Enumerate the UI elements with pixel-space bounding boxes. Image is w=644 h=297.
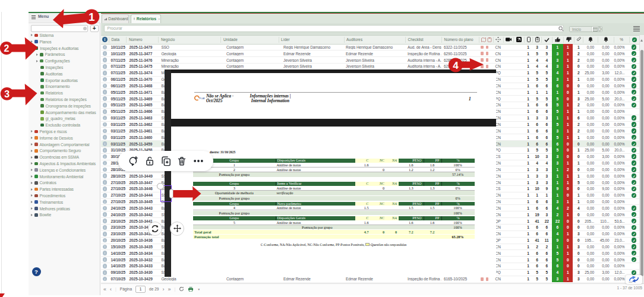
svg-text:3: 3 [4,89,10,99]
svg-text:PLAN: PLAN [200,97,206,100]
svg-text:2: 2 [4,43,9,53]
